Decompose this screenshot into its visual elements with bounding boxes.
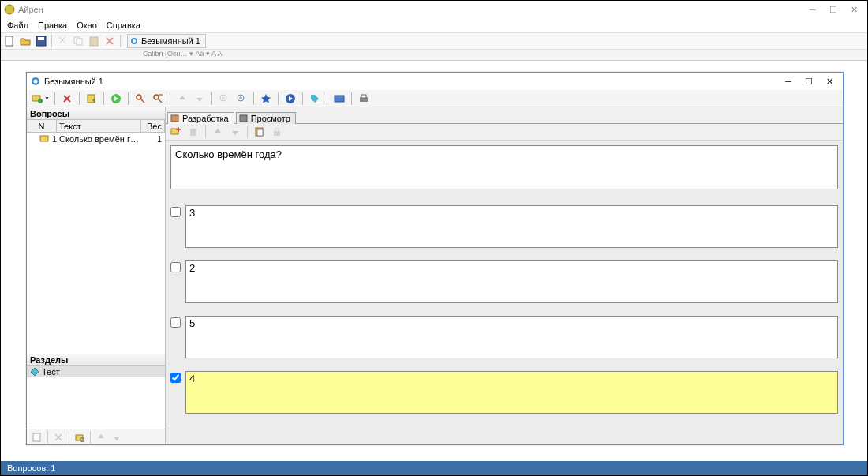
svg-rect-3: [38, 37, 44, 40]
sections-header: Разделы: [27, 354, 165, 366]
doc-tab-icon: [129, 36, 139, 46]
editor-toolbar: ▼: [27, 90, 843, 107]
main-toolbar: Безымянный 1: [1, 32, 867, 50]
menu-window[interactable]: Окно: [73, 21, 100, 30]
answer-up-icon[interactable]: [211, 125, 225, 139]
questions-table-head: N Текст Вес: [27, 120, 165, 133]
section-down-icon[interactable]: [110, 430, 124, 444]
right-panel: Разработка Просмотр Сколько времён года?: [166, 107, 843, 444]
svg-rect-28: [171, 115, 178, 122]
tag-icon[interactable]: [308, 92, 322, 106]
svg-rect-1: [6, 36, 13, 46]
svg-point-8: [133, 39, 136, 43]
svg-rect-17: [159, 94, 163, 96]
remove-answer-icon[interactable]: [186, 125, 200, 139]
question-input[interactable]: Сколько времён года?: [170, 145, 838, 189]
editor-maximize-button[interactable]: ☐: [799, 74, 819, 88]
answer-checkbox[interactable]: [170, 373, 181, 383]
outer-title-bar: Айрен ─ ☐ ✕: [1, 1, 867, 18]
add-section-icon[interactable]: [30, 430, 44, 444]
svg-rect-5: [77, 39, 82, 45]
tabs-row: Разработка Просмотр: [166, 107, 843, 123]
col-n[interactable]: N: [27, 120, 57, 132]
document-tab[interactable]: Безымянный 1: [127, 34, 206, 48]
zoom-out-icon[interactable]: [217, 92, 231, 106]
find-icon[interactable]: [133, 92, 148, 106]
svg-rect-23: [361, 95, 366, 98]
answer-row: 4: [170, 371, 838, 414]
doc-tab-label: Безымянный 1: [141, 36, 200, 46]
copy-icon[interactable]: [71, 34, 85, 48]
cut-icon[interactable]: [55, 34, 69, 48]
editor-area: Сколько времён года? 3 2 5 4: [166, 141, 843, 444]
svg-point-10: [34, 80, 38, 84]
tab-preview[interactable]: Просмотр: [236, 112, 296, 124]
tab-dev-icon: [170, 114, 180, 123]
save-icon[interactable]: [34, 34, 48, 48]
section-up-icon[interactable]: [94, 430, 108, 444]
answer-input[interactable]: 3: [185, 205, 838, 248]
editor-close-button[interactable]: ✕: [819, 74, 840, 88]
maximize-button[interactable]: ☐: [823, 2, 844, 17]
move-up-icon[interactable]: [175, 92, 189, 106]
answer-input[interactable]: 5: [185, 316, 838, 358]
answers-toolbar: [166, 123, 843, 141]
answer-input[interactable]: 2: [185, 260, 838, 303]
table-row[interactable]: 1 Сколько времён г… 1: [27, 133, 165, 144]
favorite-icon[interactable]: [259, 92, 273, 106]
editor-minimize-button[interactable]: ─: [778, 74, 799, 88]
svg-point-12: [38, 99, 43, 103]
col-text[interactable]: Текст: [57, 120, 141, 132]
answer-row: 3: [170, 205, 838, 248]
answer-checkbox[interactable]: [170, 262, 181, 272]
menu-file[interactable]: Файл: [4, 21, 32, 30]
menu-help[interactable]: Справка: [103, 21, 144, 30]
run-icon[interactable]: [109, 92, 123, 106]
svg-rect-29: [240, 115, 247, 122]
sections-body: Тест: [27, 366, 165, 429]
answer-input[interactable]: 4: [185, 371, 838, 414]
answer-down-icon[interactable]: [228, 125, 242, 139]
svg-point-0: [5, 5, 14, 14]
delete-section-icon[interactable]: [51, 430, 65, 444]
new-icon[interactable]: [2, 34, 17, 48]
close-button[interactable]: ✕: [844, 2, 864, 17]
print-icon[interactable]: [357, 92, 371, 106]
svg-rect-31: [190, 129, 196, 136]
menu-edit[interactable]: Правка: [35, 21, 70, 30]
tab-dev[interactable]: Разработка: [167, 112, 234, 124]
status-bar: Вопросов: 1: [1, 461, 867, 475]
answer-row: 5: [170, 316, 838, 358]
delete-icon[interactable]: [103, 34, 117, 48]
play-icon[interactable]: [283, 92, 297, 106]
app-icon: [4, 4, 15, 15]
replace-icon[interactable]: [151, 92, 165, 106]
card-icon[interactable]: [332, 92, 346, 106]
menu-bar: Файл Правка Окно Справка: [1, 18, 867, 32]
answer-checkbox[interactable]: [170, 207, 181, 217]
hidden-format-toolbar: Calibri (Осн… ▾ Aa ▾ A A: [1, 50, 867, 61]
questions-table-body: 1 Сколько времён г… 1: [27, 133, 165, 354]
open-icon[interactable]: [18, 34, 32, 48]
delete-question-icon[interactable]: [60, 92, 74, 106]
import-icon[interactable]: [84, 92, 99, 106]
paste-icon[interactable]: [87, 34, 101, 48]
move-down-icon[interactable]: [193, 92, 207, 106]
app-title: Айрен: [18, 5, 43, 14]
minimize-button[interactable]: ─: [803, 2, 823, 17]
status-question-count: Вопросов: 1: [7, 463, 55, 473]
section-item[interactable]: Тест: [27, 366, 165, 377]
svg-point-16: [154, 95, 159, 99]
new-question-icon[interactable]: [30, 92, 44, 106]
lock-answer-icon[interactable]: [270, 125, 284, 139]
add-answer-icon[interactable]: [169, 125, 183, 139]
answer-row: 2: [170, 260, 838, 303]
section-props-icon[interactable]: [73, 430, 87, 444]
editor-title-bar: Безымянный 1 ─ ☐ ✕: [27, 73, 843, 90]
paste-answer-icon[interactable]: [253, 125, 267, 139]
answer-checkbox[interactable]: [170, 317, 181, 328]
svg-rect-34: [274, 131, 280, 136]
col-weight[interactable]: Вес: [141, 120, 165, 132]
zoom-in-icon[interactable]: [234, 92, 249, 106]
svg-rect-25: [33, 433, 40, 441]
